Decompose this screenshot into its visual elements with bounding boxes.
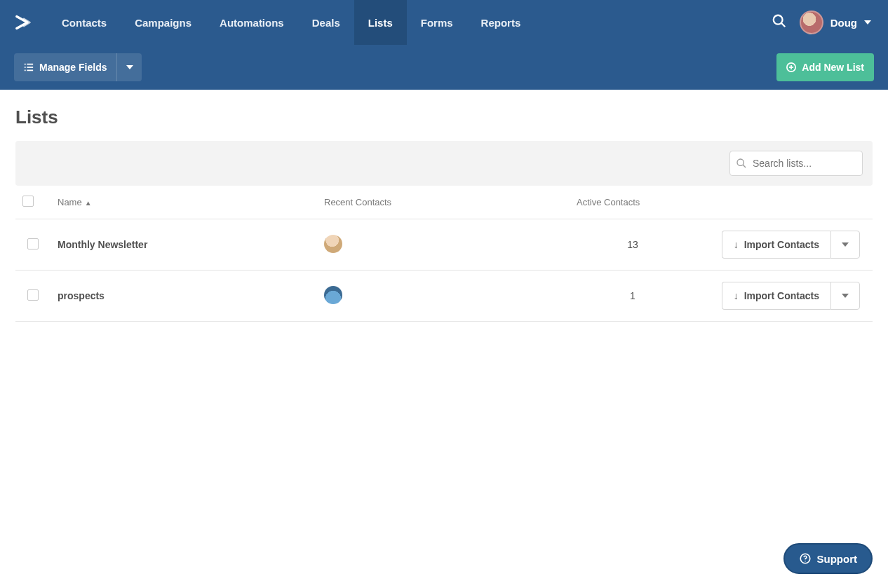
user-avatar <box>800 11 823 34</box>
chevron-down-icon <box>126 65 133 69</box>
svg-point-11 <box>737 159 744 165</box>
manage-fields-label: Manage Fields <box>39 62 107 73</box>
header-actions <box>696 186 873 219</box>
active-contacts-value: 13 <box>570 219 696 271</box>
search-icon <box>736 158 747 169</box>
header-name[interactable]: Name▲ <box>51 186 317 219</box>
nav-campaigns[interactable]: Campaigns <box>121 0 206 45</box>
header-recent[interactable]: Recent Contacts <box>317 186 570 219</box>
row-action-caret-button[interactable] <box>830 231 860 259</box>
user-name: Doug <box>830 17 857 29</box>
svg-rect-6 <box>25 70 26 71</box>
nav-forms[interactable]: Forms <box>407 0 467 45</box>
svg-point-0 <box>773 15 782 25</box>
row-checkbox[interactable] <box>27 238 39 249</box>
table-row: prospects 1 ↓ Import Contacts <box>15 271 873 322</box>
user-menu[interactable]: Doug <box>800 11 871 34</box>
add-new-list-button[interactable]: Add New List <box>776 53 874 81</box>
chevron-down-icon <box>842 242 849 247</box>
page-title: Lists <box>15 107 873 128</box>
nav-deals[interactable]: Deals <box>298 0 354 45</box>
app-logo[interactable] <box>0 0 48 45</box>
table-row: Monthly Newsletter 13 ↓ Import Contacts <box>15 219 873 271</box>
manage-fields-caret-button[interactable] <box>116 53 142 81</box>
header-active[interactable]: Active Contacts <box>570 186 696 219</box>
svg-rect-5 <box>27 67 33 68</box>
search-lists-input[interactable] <box>729 151 863 176</box>
nav-contacts[interactable]: Contacts <box>48 0 121 45</box>
row-action-group: ↓ Import Contacts <box>722 282 860 310</box>
row-checkbox[interactable] <box>27 289 39 301</box>
search-bar-area <box>15 141 873 186</box>
svg-line-12 <box>743 165 746 167</box>
active-contacts-value: 1 <box>570 271 696 322</box>
download-icon: ↓ <box>734 239 739 250</box>
chevron-down-icon <box>864 20 871 25</box>
select-all-checkbox[interactable] <box>22 196 34 207</box>
list-icon <box>24 62 34 72</box>
row-action-caret-button[interactable] <box>830 282 860 310</box>
sort-asc-icon: ▲ <box>85 199 92 207</box>
nav-lists[interactable]: Lists <box>354 0 407 45</box>
sub-toolbar: Manage Fields Add New List <box>0 45 888 90</box>
list-name-link[interactable]: Monthly Newsletter <box>58 239 147 250</box>
nav-automations[interactable]: Automations <box>206 0 298 45</box>
contact-avatar[interactable] <box>324 286 342 304</box>
plus-circle-icon <box>786 62 796 72</box>
search-wrapper <box>729 151 863 176</box>
import-contacts-button[interactable]: ↓ Import Contacts <box>722 282 830 310</box>
svg-line-1 <box>781 23 785 27</box>
contact-avatar[interactable] <box>324 235 342 253</box>
list-name-link[interactable]: prospects <box>58 290 105 301</box>
top-nav: Contacts Campaigns Automations Deals Lis… <box>0 0 888 45</box>
manage-fields-group: Manage Fields <box>14 53 142 81</box>
nav-items: Contacts Campaigns Automations Deals Lis… <box>48 0 534 45</box>
nav-reports[interactable]: Reports <box>467 0 535 45</box>
svg-rect-2 <box>25 64 26 65</box>
search-icon[interactable] <box>772 13 787 32</box>
chevron-down-icon <box>842 294 849 298</box>
lists-table: Name▲ Recent Contacts Active Contacts Mo… <box>15 186 873 322</box>
svg-rect-4 <box>25 67 26 68</box>
page-content: Lists Name▲ Recent Contacts Active Conta… <box>0 90 888 339</box>
svg-rect-3 <box>27 64 33 65</box>
header-checkbox-cell <box>15 186 51 219</box>
svg-rect-7 <box>27 70 33 71</box>
nav-right: Doug <box>772 0 888 45</box>
row-action-group: ↓ Import Contacts <box>722 231 860 259</box>
manage-fields-button[interactable]: Manage Fields <box>14 53 116 81</box>
download-icon: ↓ <box>734 290 739 301</box>
add-new-list-label: Add New List <box>802 62 864 73</box>
import-contacts-button[interactable]: ↓ Import Contacts <box>722 231 830 259</box>
